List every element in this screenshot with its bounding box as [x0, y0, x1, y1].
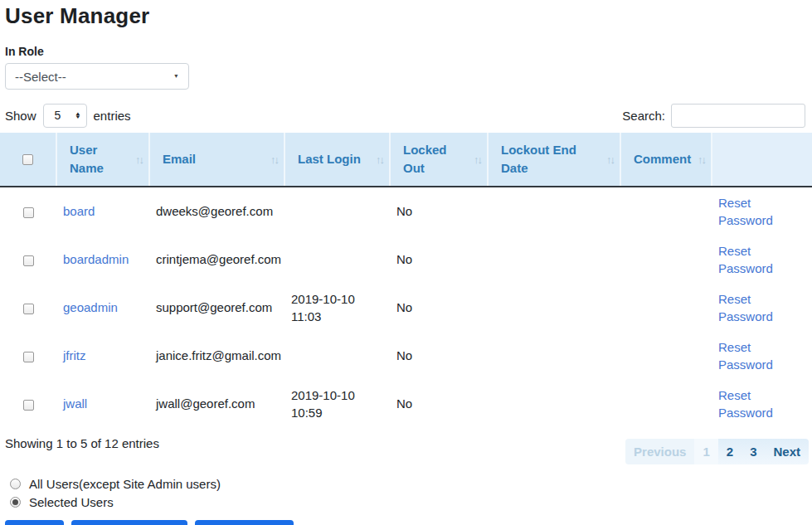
pagination-previous[interactable]: Previous [625, 439, 694, 464]
entries-count-value: 5 [55, 109, 61, 122]
import-users-button[interactable]: Import Users [195, 520, 294, 525]
sort-icon: ↑↓ [698, 152, 705, 168]
users-table: User Name ↑↓ Email ↑↓ Last Login ↑↓ Lock… [0, 133, 812, 428]
user-name-cell: jfritz [56, 332, 149, 380]
action-cell: Reset Password [712, 284, 812, 332]
email-cell: jwall@georef.com [149, 380, 284, 428]
user-link[interactable]: geoadmin [63, 300, 118, 314]
table-row: jfritz janice.fritz@gmail.com No Reset P… [0, 332, 812, 380]
entries-label: entries [94, 109, 131, 123]
pagination-3[interactable]: 3 [741, 439, 765, 464]
column-header-email[interactable]: Email ↑↓ [149, 133, 284, 187]
user-scope-label: All Users(except Site Admin users) [29, 477, 221, 491]
reset-password-link[interactable]: Reset Password [718, 290, 805, 325]
column-header-locked-out[interactable]: Locked Out ↑↓ [390, 133, 488, 187]
column-header-label: User Name [70, 143, 104, 175]
reset-password-link[interactable]: Reset Password [718, 338, 805, 373]
search-input[interactable] [671, 104, 805, 128]
entries-count-input[interactable]: 5 ▲ ▼ [43, 104, 87, 128]
user-name-cell: geoadmin [56, 284, 149, 332]
lockout-end-cell [488, 332, 620, 380]
spinner-down-icon[interactable]: ▼ [75, 115, 81, 119]
role-select-value: --Select-- [15, 70, 66, 84]
select-all-checkbox[interactable] [22, 154, 33, 165]
table-row: geoadmin support@georef.com 2019-10-10 1… [0, 284, 812, 332]
entries-length-control: Show 5 ▲ ▼ entries [5, 104, 131, 128]
reset-password-link[interactable]: Reset Password [718, 194, 805, 229]
column-header-label: Email [163, 152, 196, 166]
last-login-cell: 2019-10-10 11:03 [284, 284, 390, 332]
locked-out-cell: No [390, 284, 488, 332]
user-link[interactable]: jfritz [63, 348, 86, 362]
column-header-label: Lockout End Date [501, 143, 576, 175]
user-link[interactable]: jwall [63, 396, 87, 411]
radio-icon[interactable] [10, 479, 21, 489]
row-checkbox-cell [0, 236, 56, 284]
table-info: Showing 1 to 5 of 12 entries [5, 436, 159, 450]
row-checkbox[interactable] [23, 400, 34, 411]
table-body: board dweeks@georef.com No Reset Passwor… [0, 187, 812, 428]
sort-icon: ↑↓ [270, 152, 278, 168]
role-select[interactable]: --Select-- ▼ [5, 63, 189, 90]
sort-icon: ↑↓ [376, 152, 383, 168]
lockout-end-cell [488, 380, 620, 428]
users-table-header: User Name ↑↓ Email ↑↓ Last Login ↑↓ Lock… [0, 133, 812, 187]
column-header-lockout-end-date[interactable]: Lockout End Date ↑↓ [488, 133, 620, 187]
delete-button[interactable]: Delete [5, 520, 64, 525]
locked-out-cell: No [390, 380, 488, 428]
lockout-end-cell [488, 284, 620, 332]
comment-cell [620, 380, 712, 428]
show-label: Show [5, 109, 36, 123]
pagination-2[interactable]: 2 [718, 439, 741, 464]
role-filter-label: In Role [5, 45, 812, 58]
pagination-next[interactable]: Next [765, 439, 809, 464]
column-header-actions [712, 133, 812, 187]
add-user-button[interactable]: Add a New User [71, 520, 187, 525]
column-header-last-login[interactable]: Last Login ↑↓ [284, 133, 390, 187]
locked-out-cell: No [390, 332, 488, 380]
radio-icon[interactable] [10, 497, 21, 508]
comment-cell [620, 236, 712, 284]
table-row: boardadmin crintjema@georef.com No Reset… [0, 236, 812, 284]
column-header-label: Last Login [298, 152, 361, 166]
action-cell: Reset Password [712, 187, 812, 236]
email-cell: janice.fritz@gmail.com [149, 332, 284, 380]
sort-icon: ↑↓ [606, 152, 614, 168]
user-name-cell: boardadmin [56, 236, 149, 284]
row-checkbox[interactable] [23, 304, 34, 314]
user-link[interactable]: board [63, 204, 95, 218]
chevron-down-icon: ▼ [173, 73, 179, 79]
table-controls-row: Show 5 ▲ ▼ entries Search: [5, 103, 805, 128]
lockout-end-cell [488, 236, 620, 284]
user-scope-option[interactable]: Selected Users [10, 493, 812, 512]
row-checkbox[interactable] [23, 207, 34, 218]
sort-icon: ↑↓ [474, 152, 481, 168]
table-row: board dweeks@georef.com No Reset Passwor… [0, 187, 812, 236]
email-cell: support@georef.com [149, 284, 284, 332]
sort-icon: ↑↓ [135, 152, 143, 168]
comment-cell [620, 284, 712, 332]
action-cell: Reset Password [712, 332, 812, 380]
email-cell: dweeks@georef.com [149, 187, 284, 236]
user-scope-option[interactable]: All Users(except Site Admin users) [10, 475, 812, 493]
user-link[interactable]: boardadmin [63, 252, 129, 266]
number-spinner-icon[interactable]: ▲ ▼ [75, 112, 80, 119]
reset-password-link[interactable]: Reset Password [718, 242, 805, 277]
column-header-comment[interactable]: Comment ↑↓ [620, 133, 712, 187]
column-header-user-name[interactable]: User Name ↑↓ [56, 133, 149, 187]
locked-out-cell: No [390, 236, 488, 284]
row-checkbox[interactable] [23, 255, 34, 266]
search-control: Search: [622, 104, 805, 128]
action-cell: Reset Password [712, 380, 812, 428]
reset-password-link[interactable]: Reset Password [718, 386, 805, 421]
select-all-header-cell [0, 133, 56, 187]
comment-cell [620, 187, 712, 236]
pagination-1[interactable]: 1 [694, 439, 717, 464]
table-footer-row: Showing 1 to 5 of 12 entries Previous 1 … [0, 428, 812, 468]
column-header-label: Locked Out [403, 143, 447, 175]
row-checkbox-cell [0, 380, 56, 428]
email-cell: crintjema@georef.com [149, 236, 284, 284]
row-checkbox[interactable] [23, 352, 34, 362]
page-title: User Manager [5, 3, 812, 29]
locked-out-cell: No [390, 187, 488, 236]
